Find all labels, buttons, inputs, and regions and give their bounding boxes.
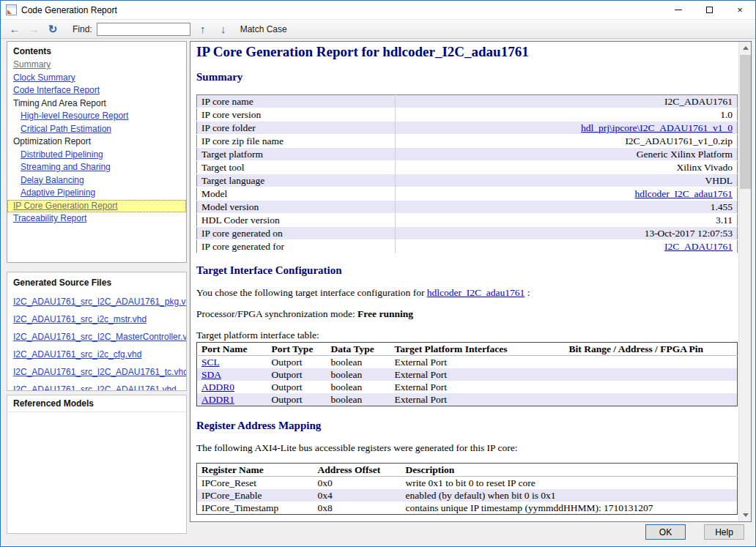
find-previous-icon[interactable] [195,23,211,35]
referenced-models-panel: Referenced Models [7,395,187,534]
port-column-header-data-type: Data Type [327,343,390,356]
help-button[interactable]: Help [704,524,744,540]
register-table-header-row: Register NameAddress OffsetDescription [197,464,738,477]
summary-value: 13-Oct-2017 12:07:53 [396,227,738,240]
summary-value: 1.455 [396,201,738,214]
source-file-link-i2c-adau1761-src-i2c-mastercontroller-vhd[interactable]: I2C_ADAU1761_src_I2C_MasterController.vh… [13,332,180,342]
refresh-icon[interactable] [45,23,61,36]
summary-label: Model version [197,201,396,214]
match-case-toggle[interactable]: Match Case [240,24,287,34]
sidebar-item-critical-path-estimation[interactable]: Critical Path Estimation [7,123,186,136]
summary-row-ip-core-folder: IP core folderhdl_prj\ipcore\I2C_ADAU176… [197,122,738,135]
summary-value-link[interactable]: hdlcoder_I2C_adau1761 [635,188,733,199]
port-name-link[interactable]: SCL [201,357,220,368]
summary-label: HDL Coder version [197,214,396,227]
sidebar-link-label: Code Interface Report [13,85,100,95]
scrollbar-thumb[interactable] [740,55,751,189]
port-cell: boolean [327,393,390,406]
maximize-icon [706,7,713,13]
scroll-down-icon[interactable] [739,509,752,521]
back-icon[interactable] [7,23,23,35]
report-content-panel: IP Core Generation Report for hdlcoder_I… [190,41,752,522]
contents-panel: Contents SummaryClock SummaryCode Interf… [7,41,187,263]
register-column-header-description: Description [401,464,738,477]
summary-value: 3.11 [396,214,738,227]
source-file-link-i2c-adau1761-src-i2c-adau1761-vhd[interactable]: I2C_ADAU1761_src_I2C_ADAU1761.vhd [13,384,180,391]
port-name-link[interactable]: ADDR0 [201,382,234,392]
generated-source-files-panel: Generated Source Files I2C_ADAU1761_src_… [7,272,187,391]
port-name-link[interactable]: ADDR1 [201,394,234,405]
summary-label: Model [197,187,396,201]
maximize-button[interactable] [694,1,724,19]
target-interface-heading: Target Interface Configuration [196,264,734,277]
source-file-link-i2c-adau1761-src-i2c-mstr-vhd[interactable]: I2C_ADAU1761_src_i2c_mstr.vhd [13,314,180,324]
sidebar-link-label: Streaming and Sharing [21,162,111,172]
sidebar-item-delay-balancing[interactable]: Delay Balancing [7,174,186,187]
summary-label: IP core folder [197,122,396,135]
summary-value-link[interactable]: hdl_prj\ipcore\I2C_ADAU1761_v1_0 [581,122,733,133]
report-app-icon [6,4,17,15]
source-file-link-i2c-adau1761-src-i2c-adau1761-pkg-vhd[interactable]: I2C_ADAU1761_src_I2C_ADAU1761_pkg.vhd [13,297,180,307]
contents-list: SummaryClock SummaryCode Interface Repor… [7,59,186,226]
register-cell: contains unique IP timestamp (yymmddHHMM… [401,502,738,515]
sidebar-item-code-interface-report[interactable]: Code Interface Report [7,84,186,97]
sidebar-item-ip-core-generation-report[interactable]: IP Core Generation Report [7,200,186,213]
port-cell: Outport [267,368,327,381]
port-cell: SCL [197,356,267,369]
source-file-link-i2c-adau1761-src-i2c-adau1761-tc-vhd[interactable]: I2C_ADAU1761_src_I2C_ADAU1761_tc.vhd [13,367,180,377]
register-row-ipcore-enable: IPCore_Enable0x4enabled (by default) whe… [197,489,738,502]
source-file-link-i2c-adau1761-src-i2c-cfg-vhd[interactable]: I2C_ADAU1761_src_i2c_cfg.vhd [13,349,180,360]
summary-value: hdl_prj\ipcore\I2C_ADAU1761_v1_0 [396,122,738,135]
sidebar-item-high-level-resource-report[interactable]: High-level Resource Report [7,110,186,123]
port-cell: External Port [390,381,565,393]
sync-mode-line: Processor/FPGA synchronization mode: Fre… [196,308,734,320]
content-scrollbar[interactable] [738,42,751,521]
model-link[interactable]: hdlcoder_I2C_adau1761 [427,287,525,298]
summary-value: Xilinx Vivado [396,161,738,174]
sidebar-item-streaming-and-sharing[interactable]: Streaming and Sharing [7,161,186,174]
referenced-models-header: Referenced Models [7,395,186,412]
ok-button[interactable]: OK [645,524,686,540]
code-generation-report-window: Code Generation Report × Find: Match Cas… [0,0,756,547]
register-mapping-heading: Register Address Mapping [196,420,734,432]
window-title: Code Generation Report [21,5,117,15]
summary-row-ip-core-generated-on: IP core generated on13-Oct-2017 12:07:53 [197,227,738,240]
sidebar-item-timing-and-area-report: Timing And Area Report [7,97,186,111]
port-cell: Outport [267,393,327,406]
find-next-icon[interactable] [215,23,231,35]
find-input[interactable] [97,23,190,36]
port-name-link[interactable]: SDA [201,369,221,380]
sidebar-item-summary[interactable]: Summary [7,59,186,72]
summary-table: IP core nameI2C_ADAU1761IP core version1… [196,94,738,253]
summary-row-target-language: Target languageVHDL [197,174,738,187]
summary-value-link[interactable]: I2C_ADAU1761 [664,241,733,252]
close-icon: × [737,5,743,15]
summary-value: hdlcoder_I2C_adau1761 [396,187,738,201]
generated-source-files-list: I2C_ADAU1761_src_I2C_ADAU1761_pkg.vhdI2C… [7,297,186,391]
port-cell: External Port [390,368,565,381]
port-cell: Outport [267,356,327,369]
scroll-up-icon[interactable] [739,42,752,54]
summary-row-ip-core-zip-file-name: IP core zip file nameI2C_ADAU1761_v1_0.z… [197,135,738,148]
port-row-scl: SCLOutportbooleanExternal Port [197,356,738,369]
summary-row-model: Modelhdlcoder_I2C_adau1761 [197,187,738,201]
close-button[interactable]: × [724,1,755,19]
register-cell: 0x4 [314,489,401,502]
sidebar-item-distributed-pipelining[interactable]: Distributed Pipelining [7,149,186,162]
port-cell: External Port [390,393,565,406]
sidebar-item-clock-summary[interactable]: Clock Summary [7,72,186,85]
sidebar-item-adaptive-pipelining[interactable]: Adaptive Pipelining [7,187,186,200]
port-row-sda: SDAOutportbooleanExternal Port [197,368,738,381]
intro-prefix: You chose the following target interface… [196,287,427,298]
port-table: Port NamePort TypeData TypeTarget Platfo… [196,342,738,406]
register-cell: 0x0 [314,477,401,490]
summary-label: IP core generated on [197,227,396,240]
find-label: Find: [73,24,92,34]
sidebar-item-traceability-report[interactable]: Traceability Report [7,212,186,226]
minimize-button[interactable] [663,1,694,19]
port-cell: ADDR1 [197,393,267,406]
summary-value: I2C_ADAU1761 [396,240,738,253]
summary-label: IP core version [197,108,396,122]
port-cell [565,356,738,369]
target-interface-intro: You chose the following target interface… [196,287,734,299]
